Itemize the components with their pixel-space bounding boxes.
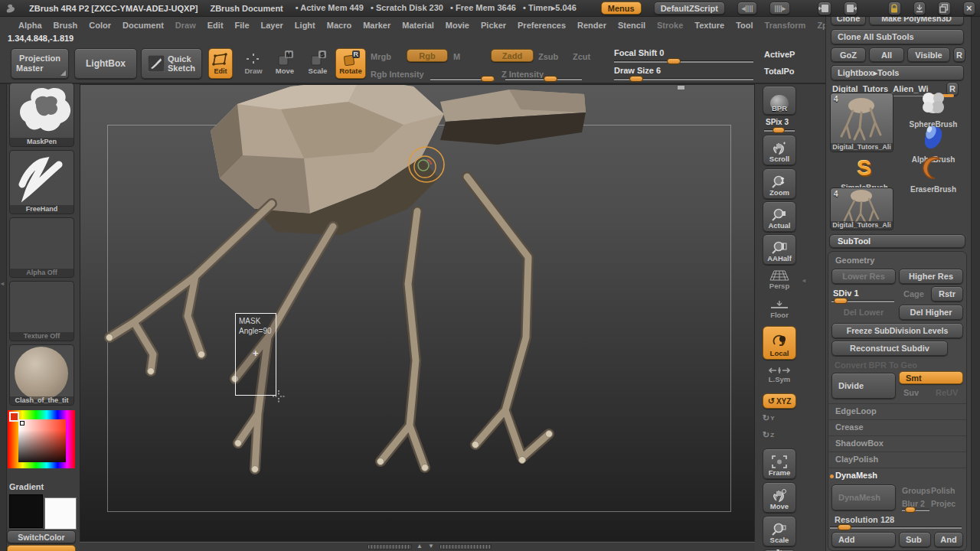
- menus-button[interactable]: Menus: [601, 2, 642, 15]
- lightbox-tools-button[interactable]: Lightbox▸Tools: [831, 65, 964, 80]
- projection-master-button[interactable]: Projection Master: [11, 48, 69, 79]
- groups-toggle[interactable]: Groups: [902, 486, 930, 495]
- clone-button[interactable]: Clone: [831, 17, 866, 25]
- menu-document[interactable]: Document: [122, 21, 164, 30]
- rotate-y-toggle[interactable]: ↻Y: [763, 413, 796, 423]
- all-button[interactable]: All: [869, 47, 904, 62]
- menu-preferences[interactable]: Preferences: [518, 21, 566, 30]
- goz-button[interactable]: GoZ: [831, 47, 866, 62]
- dynamesh-section[interactable]: DynaMesh: [835, 471, 877, 480]
- del-higher-button[interactable]: Del Higher: [899, 305, 963, 320]
- clone-all-subtools-button[interactable]: Clone All SubTools: [831, 29, 964, 44]
- scale-3d-button[interactable]: Scale: [763, 516, 796, 546]
- shelf-scroll-left-button[interactable]: ◂||||: [737, 2, 758, 15]
- menu-alpha[interactable]: Alpha: [18, 21, 42, 30]
- floor-toggle[interactable]: Floor: [763, 300, 796, 319]
- and-button[interactable]: And: [934, 532, 963, 547]
- menu-material[interactable]: Material: [402, 21, 434, 30]
- focal-shift-slider[interactable]: [614, 61, 753, 63]
- lsym-toggle[interactable]: L.Sym: [763, 366, 796, 383]
- left-tray-collapse-icon[interactable]: ◂: [1, 280, 4, 287]
- alpha-picker[interactable]: Alpha Off: [9, 217, 74, 278]
- bottom-divider-hatch-right[interactable]: [439, 544, 492, 549]
- cage-button[interactable]: Cage: [903, 289, 924, 298]
- smt-toggle[interactable]: Smt: [899, 371, 963, 384]
- sdiv-slider[interactable]: [831, 301, 894, 302]
- visible-button[interactable]: Visible: [907, 47, 950, 62]
- bottom-cut-button[interactable]: [7, 545, 76, 551]
- claypolish-section[interactable]: ClayPolish: [835, 455, 878, 464]
- subtool-palette-header[interactable]: SubTool: [829, 234, 965, 248]
- secondary-color-swatch[interactable]: [44, 497, 77, 530]
- add-button[interactable]: Add: [831, 532, 896, 547]
- bottom-divider-hatch-left[interactable]: [368, 544, 412, 549]
- local-button[interactable]: Local: [763, 326, 796, 360]
- quick-sketch-button[interactable]: QuickSketch: [141, 48, 202, 79]
- switchcolor-button[interactable]: SwitchColor: [7, 530, 76, 543]
- persp-toggle[interactable]: Persp: [763, 269, 796, 290]
- tray-up-icon[interactable]: ▲: [416, 543, 423, 549]
- menu-draw[interactable]: Draw: [175, 21, 196, 30]
- menu-brush[interactable]: Brush: [54, 21, 78, 30]
- page-forward-icon[interactable]: [844, 2, 858, 15]
- menu-stroke[interactable]: Stroke: [657, 21, 683, 30]
- restore-window-icon[interactable]: [938, 2, 950, 15]
- make-polymesh3d-button[interactable]: Make PolyMesh3D: [869, 17, 964, 25]
- current-tool-thumbnail[interactable]: 4 Digital_Tutors_Ali: [830, 93, 893, 152]
- spix-slider[interactable]: [764, 130, 795, 132]
- material-picker[interactable]: Clash_of_the_tit: [9, 344, 74, 406]
- page-back-icon[interactable]: [818, 2, 831, 15]
- right-tray-edge[interactable]: [971, 17, 980, 551]
- edit-button[interactable]: Edit: [208, 48, 233, 79]
- zsub-toggle[interactable]: Zsub: [538, 52, 558, 61]
- previous-tool-thumbnail[interactable]: 4 Digital_Tutors_Ali: [830, 187, 893, 230]
- aahalf-button[interactable]: AAHalf: [763, 234, 796, 265]
- menu-macro[interactable]: Macro: [327, 21, 351, 30]
- bpr-button[interactable]: BPR: [763, 86, 796, 115]
- lower-res-button[interactable]: Lower Res: [831, 269, 896, 284]
- freeze-subdivision-button[interactable]: Freeze SubDivision Levels: [831, 323, 963, 338]
- rgb-toggle[interactable]: Rgb: [407, 49, 448, 62]
- menu-texture[interactable]: Texture: [694, 21, 724, 30]
- gradient-label[interactable]: Gradient: [9, 482, 44, 491]
- minimize-icon[interactable]: [913, 2, 926, 15]
- rstr-button[interactable]: Rstr: [931, 286, 963, 302]
- crease-section[interactable]: Crease: [835, 422, 864, 432]
- mrgb-toggle[interactable]: Mrgb: [371, 52, 391, 61]
- menu-marker[interactable]: Marker: [363, 21, 390, 30]
- project-toggle[interactable]: Projec: [931, 499, 956, 508]
- menu-tool[interactable]: Tool: [736, 21, 753, 30]
- goz-r-button[interactable]: R: [953, 47, 965, 62]
- menu-file[interactable]: File: [235, 21, 250, 30]
- stroke-picker-freehand[interactable]: FreeHand: [9, 150, 74, 214]
- edgeloop-section[interactable]: EdgeLoop: [835, 406, 877, 416]
- geometry-header[interactable]: Geometry: [835, 256, 874, 265]
- zcut-toggle[interactable]: Zcut: [573, 52, 590, 61]
- menu-transform[interactable]: Transform: [765, 21, 806, 30]
- rotate-z-toggle[interactable]: ↻Z: [763, 430, 796, 440]
- menu-render[interactable]: Render: [577, 21, 606, 30]
- frame-button[interactable]: Frame: [763, 448, 796, 479]
- lock-icon[interactable]: [888, 2, 900, 15]
- rgb-intensity-slider[interactable]: [430, 79, 495, 80]
- close-icon[interactable]: ×: [963, 2, 975, 15]
- main-color-swatch[interactable]: [9, 494, 43, 528]
- menu-picker[interactable]: Picker: [481, 21, 506, 30]
- move-3d-button[interactable]: Move: [763, 482, 796, 513]
- bottom-tray-divider[interactable]: ▲ ▼: [80, 542, 755, 551]
- actual-button[interactable]: Actual: [763, 201, 796, 232]
- zadd-toggle[interactable]: Zadd: [491, 49, 534, 62]
- right-gap-collapse-icon[interactable]: ◂: [802, 277, 805, 284]
- reuv-toggle[interactable]: ReUV: [936, 388, 958, 397]
- z-intensity-slider[interactable]: [505, 79, 582, 80]
- polish-toggle[interactable]: Polish: [931, 486, 956, 495]
- resolution-slider[interactable]: [830, 527, 962, 529]
- sv-square[interactable]: [18, 419, 66, 462]
- dynamesh-button[interactable]: DynaMesh: [831, 484, 896, 510]
- sub-button[interactable]: Sub: [899, 532, 931, 547]
- higher-res-button[interactable]: Higher Res: [899, 269, 963, 284]
- divide-button[interactable]: Divide: [831, 373, 896, 399]
- menu-color[interactable]: Color: [89, 21, 111, 30]
- draw-button[interactable]: Draw: [239, 48, 268, 79]
- lightbox-button[interactable]: LightBox: [74, 48, 137, 79]
